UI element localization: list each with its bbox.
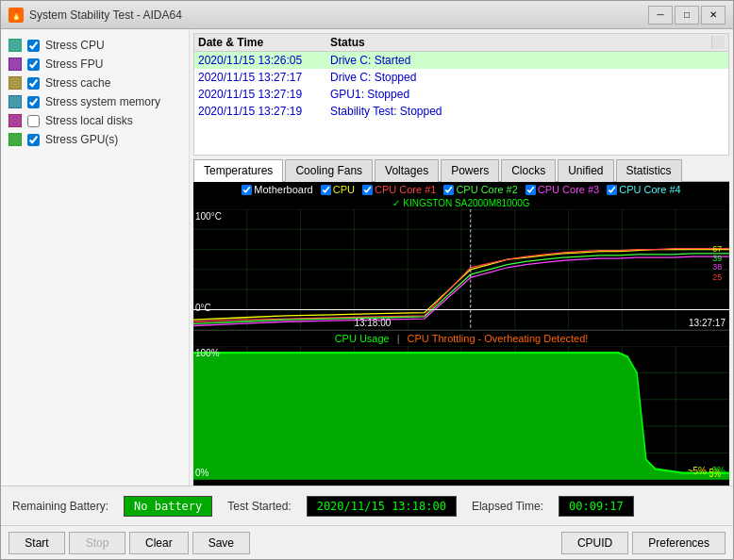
legend-cpu-core4: CPU Core #4 [607, 184, 680, 195]
stress-disk-label: Stress local disks [45, 114, 133, 127]
tabs-area: Temperatures Cooling Fans Voltages Power… [190, 159, 733, 486]
fpu-icon [8, 58, 22, 71]
stress-cache-item: Stress cache [8, 74, 181, 91]
preferences-button[interactable]: Preferences [632, 532, 726, 554]
start-button[interactable]: Start [8, 532, 65, 554]
stress-cache-checkbox[interactable] [27, 77, 40, 90]
cpu-throttling-label: CPU Throttling - Overheating Detected! [408, 333, 589, 344]
clear-button[interactable]: Clear [129, 532, 189, 554]
stress-cache-label: Stress cache [45, 76, 110, 90]
cpu-y-max: 100% [195, 348, 220, 358]
legend-cpu-checkbox[interactable] [321, 185, 331, 195]
stress-panel: Stress CPU Stress FPU Stress cache Stres… [1, 29, 190, 486]
stress-memory-item: Stress system memory [8, 93, 181, 110]
temp-y-min: 0°C [195, 303, 211, 313]
legend-core3-label: CPU Core #3 [538, 184, 599, 195]
legend-core1-checkbox[interactable] [362, 185, 373, 195]
log-header-time: Date & Time [198, 36, 330, 49]
log-time-3: 2020/11/15 13:27:19 [198, 88, 330, 101]
temperature-chart-area: 67 39 38 25 100°C 0°C 13:18:00 13:27:17 [193, 209, 729, 330]
chart-legend-top: Motherboard CPU CPU Core #1 [193, 182, 729, 197]
legend-core2-label: CPU Core #2 [456, 184, 517, 195]
legend-cpu-core3: CPU Core #3 [525, 184, 599, 195]
log-row: 2020/11/15 13:26:05 Drive C: Started [194, 52, 728, 69]
stress-cpu-label: Stress CPU [45, 39, 105, 52]
title-bar: 🔥 System Stability Test - AIDA64 ─ □ ✕ [1, 1, 733, 29]
test-started-value: 2020/11/15 13:18:00 [307, 496, 457, 517]
separator: | [397, 333, 400, 344]
tab-bar: Temperatures Cooling Fans Voltages Power… [193, 159, 729, 182]
tab-temperatures[interactable]: Temperatures [193, 159, 283, 182]
app-icon: 🔥 [8, 8, 24, 23]
right-panel: Date & Time Status 2020/11/15 13:26:05 D… [190, 29, 733, 486]
legend-cpu-core2: CPU Core #2 [443, 184, 517, 195]
tab-powers[interactable]: Powers [441, 159, 499, 182]
temp-chart-svg: 67 39 38 25 [193, 209, 729, 330]
cpu-icon [8, 39, 22, 52]
log-table: Date & Time Status 2020/11/15 13:26:05 D… [193, 33, 729, 156]
close-button[interactable]: ✕ [701, 6, 726, 25]
status-bar: Remaining Battery: No battery Test Start… [1, 486, 733, 525]
log-row: 2020/11/15 13:27:17 Drive C: Stopped [194, 69, 728, 86]
log-time-2: 2020/11/15 13:27:17 [198, 71, 330, 84]
stress-fpu-item: Stress FPU [8, 56, 181, 73]
stress-memory-label: Stress system memory [45, 95, 160, 108]
cpu-usage-chart: CPU Usage | CPU Throttling - Overheating… [193, 331, 729, 480]
tab-statistics[interactable]: Statistics [616, 159, 682, 182]
legend-motherboard: Motherboard [242, 184, 312, 195]
log-status-4: Stability Test: Stopped [330, 105, 725, 118]
stress-memory-checkbox[interactable] [27, 96, 40, 108]
stress-cpu-checkbox[interactable] [27, 40, 40, 52]
cpu-y-min: 0% [195, 468, 209, 478]
tab-clocks[interactable]: Clocks [501, 159, 556, 182]
window-title: System Stability Test - AIDA64 [29, 8, 182, 22]
minimize-button[interactable]: ─ [648, 6, 673, 25]
mem-icon [8, 95, 22, 108]
disk-icon [8, 114, 22, 127]
save-button[interactable]: Save [192, 532, 250, 554]
legend-core3-checkbox[interactable] [525, 185, 536, 195]
legend-core4-checkbox[interactable] [607, 185, 617, 195]
chart-container: Motherboard CPU CPU Core #1 [193, 182, 729, 486]
gpu-icon [8, 133, 22, 146]
temp-y-max: 100°C [195, 211, 222, 222]
stop-button[interactable]: Stop [69, 532, 125, 554]
cpu-val-2: 0% [712, 466, 726, 476]
legend-cpu-core1: CPU Core #1 [362, 184, 436, 195]
cpuid-button[interactable]: CPUID [561, 532, 628, 554]
battery-value: No battery [124, 496, 212, 517]
main-content: Stress CPU Stress FPU Stress cache Stres… [1, 29, 733, 486]
sub-legend: ✓ KINGSTON SA2000M81000G [193, 197, 729, 209]
stress-fpu-checkbox[interactable] [27, 58, 40, 71]
legend-core4-label: CPU Core #4 [619, 184, 680, 195]
cpu-chart-title: CPU Usage | CPU Throttling - Overheating… [193, 331, 729, 346]
title-buttons: ─ □ ✕ [648, 6, 726, 25]
log-header-status: Status [330, 36, 711, 49]
tab-voltages[interactable]: Voltages [375, 159, 439, 182]
tab-unified[interactable]: Unified [558, 159, 613, 182]
tab-cooling-fans[interactable]: Cooling Fans [285, 159, 373, 182]
legend-core1-label: CPU Core #1 [375, 184, 436, 195]
main-window: 🔥 System Stability Test - AIDA64 ─ □ ✕ S… [0, 0, 734, 560]
stress-disk-checkbox[interactable] [27, 115, 40, 127]
bottom-bar: Start Stop Clear Save CPUID Preferences [1, 525, 733, 559]
legend-core2-checkbox[interactable] [443, 185, 454, 195]
stress-disk-item: Stress local disks [8, 112, 181, 129]
log-scrollbar[interactable] [711, 36, 725, 49]
svg-text:38: 38 [712, 262, 722, 272]
maximize-button[interactable]: □ [675, 6, 699, 25]
temp-x-end: 13:27:17 [689, 318, 726, 328]
stress-cpu-item: Stress CPU [8, 37, 181, 54]
elapsed-value: 00:09:17 [559, 496, 634, 517]
stress-gpu-label: Stress GPU(s) [45, 133, 118, 146]
stress-gpu-checkbox[interactable] [27, 134, 40, 146]
log-status-2: Drive C: Stopped [330, 71, 725, 84]
log-time-4: 2020/11/15 13:27:19 [198, 105, 330, 118]
legend-motherboard-checkbox[interactable] [242, 185, 252, 195]
cache-icon [8, 76, 22, 90]
cpu-val-1: ~5% [688, 466, 707, 476]
cpu-usage-label: CPU Usage [335, 333, 390, 344]
svg-text:67: 67 [712, 243, 722, 253]
log-row: 2020/11/15 13:27:19 Stability Test: Stop… [194, 103, 728, 120]
cpu-chart-area: 5% 100% 0% ~5% 0% [193, 346, 729, 480]
